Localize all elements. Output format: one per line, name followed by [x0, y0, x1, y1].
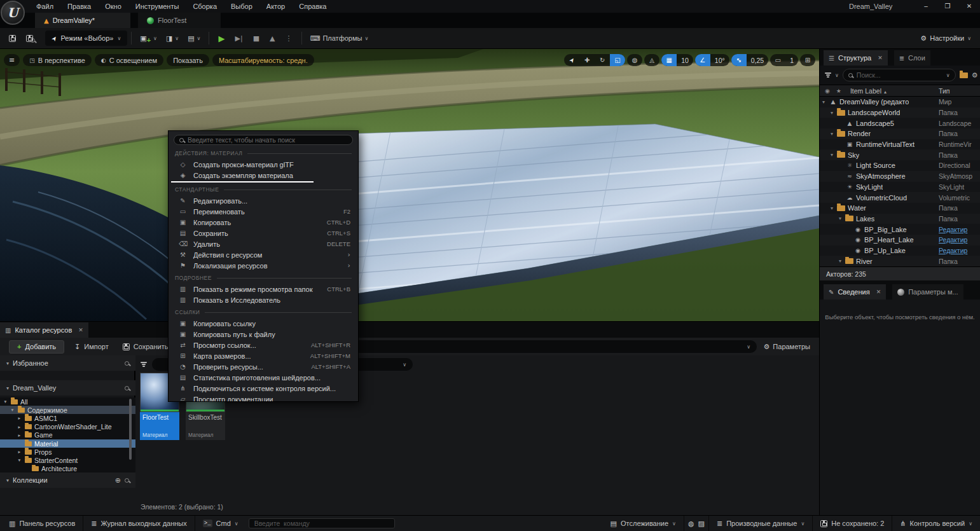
- tab-asset-floortest[interactable]: FloorTest: [138, 13, 221, 28]
- visibility-eye-icon[interactable]: ◉: [825, 88, 830, 94]
- menubar-item-7[interactable]: Актор: [259, 0, 292, 13]
- folder-tree-item[interactable]: ▸Props: [0, 448, 135, 456]
- pin-star-icon[interactable]: ★: [836, 88, 841, 94]
- scrollbar[interactable]: [129, 399, 132, 460]
- outliner-row[interactable]: ☁VolumetricCloudVolumetric: [820, 192, 980, 203]
- close-button[interactable]: ✕: [958, 0, 980, 13]
- menu-item-reference-viewer[interactable]: ⇄Просмотр ссылок...ALT+SHIFT+R: [169, 340, 358, 350]
- minimize-button[interactable]: –: [915, 0, 937, 13]
- view-mode-dropdown[interactable]: ◐С освещением: [95, 54, 163, 66]
- context-menu-search[interactable]: [174, 135, 353, 145]
- scale-snap-icon[interactable]: ↔: [731, 54, 747, 66]
- platforms-dropdown[interactable]: ⌨Платформы∨: [306, 30, 373, 46]
- play-options-kebab-icon[interactable]: ⋮: [280, 30, 298, 46]
- column-type[interactable]: Тип: [939, 87, 950, 95]
- outliner-row[interactable]: ▾RenderПапка: [820, 128, 980, 139]
- expand-arrow-icon[interactable]: ▾: [839, 258, 845, 264]
- outliner-row[interactable]: ▾LakesПапка: [820, 214, 980, 224]
- unreal-logo[interactable]: U: [1, 1, 25, 25]
- folder-tree-item[interactable]: ▸CartoonWaterShader_Lite: [0, 423, 135, 431]
- expand-arrow-icon[interactable]: ▾: [17, 457, 22, 463]
- outliner-item-type[interactable]: Редактир: [939, 236, 978, 244]
- outliner-row[interactable]: ≈SkyAtmosphereSkyAtmosp: [820, 171, 980, 182]
- tab-material-parameters[interactable]: Параметры м...: [892, 284, 963, 300]
- tab-outliner[interactable]: ☰ Структура ✕: [824, 50, 888, 66]
- surface-snap-button[interactable]: ◬: [644, 54, 659, 66]
- derived-data-dropdown[interactable]: ≣Производные данные∨: [708, 516, 813, 531]
- output-log-button[interactable]: ≣Журнал выходных данных: [83, 516, 195, 531]
- outliner-row[interactable]: ◉BP_Big_LakeРедактир: [820, 224, 980, 235]
- expand-arrow-icon[interactable]: ▸: [17, 415, 22, 421]
- column-item-label[interactable]: Item Label: [850, 87, 887, 95]
- menu-item-material-instance[interactable]: ◈Создать экземпляр материала: [169, 170, 358, 181]
- add-asset-button[interactable]: +Добавить: [9, 340, 64, 354]
- stop-button[interactable]: ■: [248, 30, 265, 46]
- menu-item-source-control[interactable]: ⋔Подключиться к системе контроля версий.…: [169, 383, 358, 394]
- expand-arrow-icon[interactable]: ▾: [822, 99, 829, 105]
- collections-header[interactable]: ▾ Коллекции ⊕: [0, 472, 135, 488]
- browse-content-button[interactable]: [21, 30, 40, 46]
- expand-arrow-icon[interactable]: ▸: [17, 432, 22, 438]
- add-actor-dropdown[interactable]: ▣+∨: [135, 30, 162, 46]
- timer-icon[interactable]: ◍: [688, 520, 694, 528]
- scale-snap-value[interactable]: 0,25: [747, 54, 768, 66]
- outliner-row[interactable]: ▣RuntimeVirtualTextRuntimeVir: [820, 139, 980, 150]
- cmd-dropdown[interactable]: >_Cmd∨: [195, 516, 246, 531]
- search-icon[interactable]: [125, 361, 129, 366]
- settings-dropdown[interactable]: ⚙Настройки∨: [920, 34, 971, 43]
- select-tool-button[interactable]: ➤: [564, 54, 579, 66]
- tab-level-dreamvalley[interactable]: ▲ DreamValley*: [35, 13, 130, 28]
- menubar-item-1[interactable]: Файл: [29, 0, 60, 13]
- content-browser-settings-button[interactable]: ⚙Параметры: [763, 343, 810, 351]
- menu-item-shader-stats[interactable]: ▤Статистика приготовления шейдеров...: [169, 372, 358, 383]
- tab-layers[interactable]: ≣ Слои: [894, 50, 930, 66]
- step-frame-button[interactable]: ▶|: [230, 30, 247, 46]
- menubar-item-4[interactable]: Инструменты: [128, 0, 186, 13]
- menu-item-audit-assets[interactable]: ◔Проверить ресурсы...ALT+SHIFT+A: [169, 361, 358, 372]
- show-flags-dropdown[interactable]: Показать: [167, 54, 209, 66]
- content-drawer-button[interactable]: ▥Панель ресурсов: [1, 516, 83, 531]
- tab-content-browser[interactable]: ▥ Каталог ресурсов ✕: [0, 322, 88, 338]
- filter-icon[interactable]: [825, 72, 831, 78]
- outliner-item-type[interactable]: Редактир: [939, 226, 978, 233]
- menubar-item-2[interactable]: Правка: [60, 0, 98, 13]
- rotation-snap-value[interactable]: 10°: [710, 54, 729, 66]
- expand-arrow-icon[interactable]: ▾: [831, 110, 837, 116]
- outliner-item-type[interactable]: Редактир: [939, 247, 978, 254]
- perspective-dropdown[interactable]: ◳В перспективе: [23, 54, 92, 66]
- folder-tree-item[interactable]: Architecture: [0, 465, 135, 473]
- menu-item-duplicate[interactable]: ▣КопироватьCTRL+D: [169, 217, 358, 228]
- context-menu-search-input[interactable]: [188, 136, 347, 144]
- eject-button[interactable]: ▲: [265, 30, 280, 46]
- unsaved-changes-button[interactable]: Не сохранено: 2: [813, 516, 892, 531]
- folder-tree-item[interactable]: ▾All: [0, 397, 135, 406]
- revision-control-dropdown[interactable]: ⋔Контроль версий∨: [892, 516, 980, 531]
- snapshot-icon[interactable]: ▨: [698, 520, 705, 528]
- menu-item-localization[interactable]: ⚑Локализация ресурсов›: [169, 260, 358, 271]
- scalability-warning-button[interactable]: Масштабируемость: средн.: [212, 54, 314, 66]
- cinematics-dropdown[interactable]: ▤∨: [183, 30, 205, 46]
- expand-arrow-icon[interactable]: ▾: [831, 205, 837, 211]
- folder-tree-item[interactable]: ▸Game: [0, 431, 135, 439]
- menubar-item-6[interactable]: Выбор: [224, 0, 259, 13]
- expand-arrow-icon[interactable]: ▸: [17, 449, 22, 455]
- favorites-header[interactable]: ▾ Избранное: [0, 355, 135, 371]
- outliner-row[interactable]: ▾WaterПапка: [820, 203, 980, 214]
- menu-item-gltf-proxy[interactable]: ◇Создать прокси-материал glTF: [169, 159, 358, 170]
- chevron-down-icon[interactable]: ∨: [946, 72, 950, 78]
- folder-tree-item[interactable]: ▾Содержимое: [0, 406, 135, 414]
- import-button[interactable]: ↧Импорт: [71, 340, 113, 354]
- search-icon[interactable]: [125, 478, 129, 483]
- filter-icon[interactable]: [141, 362, 147, 367]
- grid-snap-icon[interactable]: ▦: [661, 54, 677, 66]
- expand-arrow-icon[interactable]: ▾: [3, 399, 8, 404]
- folder-tree-item[interactable]: Material: [0, 439, 135, 448]
- expand-arrow-icon[interactable]: ▾: [10, 407, 15, 413]
- menu-item-delete[interactable]: ⌫УдалитьDELETE: [169, 238, 358, 249]
- outliner-row[interactable]: ▾LandscapeWorldПапка: [820, 107, 980, 118]
- outliner-search-input[interactable]: [857, 71, 942, 79]
- restore-button[interactable]: ❐: [937, 0, 958, 13]
- menu-item-size-map[interactable]: ⊞Карта размеров...ALT+SHIFT+M: [169, 350, 358, 361]
- expand-arrow-icon[interactable]: ▾: [839, 216, 845, 221]
- outliner-row[interactable]: ◉BP_Up_LakeРедактир: [820, 245, 980, 256]
